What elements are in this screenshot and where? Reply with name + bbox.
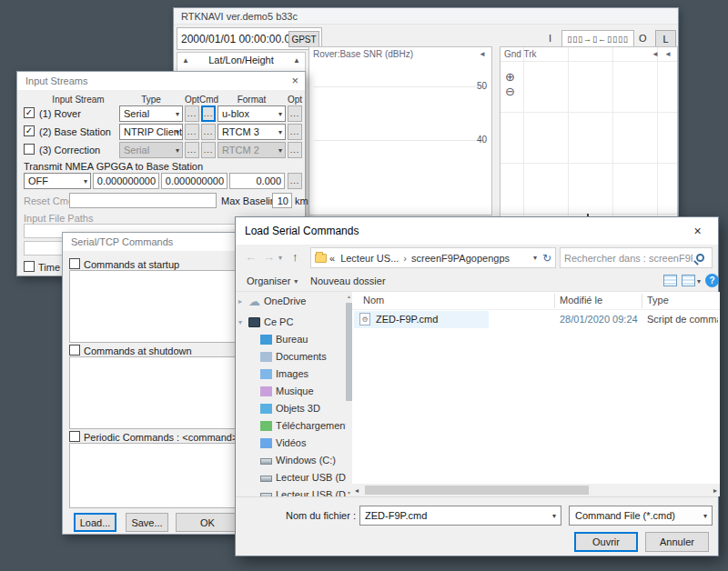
ground-track-switch-icon[interactable]: ◄ ◄ — [652, 50, 673, 58]
time-checkbox[interactable] — [24, 261, 35, 272]
sidebar-item-images[interactable]: Images — [236, 366, 346, 384]
periodic-commands-textarea[interactable] — [69, 443, 240, 508]
search-input[interactable] — [561, 253, 696, 264]
close-icon[interactable]: × — [677, 217, 718, 244]
base-format-opt-button[interactable]: ... — [288, 124, 302, 140]
places-sidebar: ▸ ☁ OneDrive ▾ Ce PC Bureau Documents Im… — [236, 292, 346, 496]
filename-input[interactable] — [360, 510, 548, 521]
open-button[interactable]: Ouvrir — [574, 532, 638, 552]
chevron-down-icon[interactable]: ▾ — [238, 318, 242, 326]
scroll-left-icon[interactable]: ◂ — [355, 486, 359, 495]
serial-commands-titlebar[interactable]: Serial/TCP Commands — [63, 233, 243, 251]
reset-cmd-field[interactable] — [69, 193, 217, 208]
shutdown-commands-textarea[interactable] — [69, 356, 240, 429]
sidebar-item-videos[interactable]: Vidéos — [236, 436, 346, 453]
view-dropdown-icon[interactable]: ▾ — [697, 277, 701, 286]
snr-plot-switch-icon[interactable]: ◄ — [479, 50, 488, 58]
nmea-mode-select[interactable]: OFF▾ — [24, 173, 91, 189]
organiser-menu[interactable]: Organiser▾ — [241, 274, 303, 288]
rover-cmd-button[interactable]: ... — [201, 105, 216, 122]
base-format-select[interactable]: RTCM 3▾ — [217, 124, 286, 140]
load-button[interactable]: Load... — [74, 513, 116, 532]
solution-cycle-right-icon[interactable]: ▲ — [293, 56, 300, 65]
scroll-right-icon[interactable]: ▸ — [713, 486, 717, 495]
solution-cycle-left-icon[interactable]: ▲ — [182, 56, 189, 65]
solution-format-label[interactable]: Lat/Lon/Height — [208, 55, 274, 65]
startup-commands-checkbox[interactable] — [69, 258, 80, 269]
filename-combobox[interactable]: ▾ — [359, 506, 561, 526]
search-icon[interactable] — [696, 254, 704, 262]
column-separator[interactable] — [642, 294, 642, 308]
scrollbar-thumb[interactable] — [346, 303, 352, 401]
chevron-right-icon[interactable]: ▸ — [238, 297, 242, 306]
rover-format-opt-button[interactable]: ... — [288, 105, 302, 122]
sidebar-scrollbar[interactable]: ▴ ▾ — [346, 292, 352, 496]
sidebar-item-telechargement[interactable]: Téléchargement — [236, 418, 346, 436]
breadcrumb-overflow[interactable]: « — [329, 253, 335, 264]
column-header-type[interactable]: Type — [647, 295, 669, 306]
sidebar-item-lecteur-usb-d[interactable]: Lecteur USB (D:) — [236, 470, 346, 487]
correction-opt-button[interactable]: ... — [185, 142, 199, 158]
input-streams-titlebar[interactable]: Input Streams × — [17, 72, 305, 90]
scroll-up-icon[interactable]: ▴ — [346, 293, 352, 299]
refresh-icon[interactable]: ↻ — [541, 252, 551, 265]
forward-icon[interactable]: → — [263, 250, 275, 264]
close-icon[interactable]: × — [291, 74, 298, 87]
rover-checkbox[interactable]: ✓ — [24, 107, 35, 118]
filetype-select[interactable]: Command File (*.cmd) ▾ — [569, 506, 713, 526]
zoom-in-icon[interactable]: ⊕ — [505, 71, 515, 83]
rover-format-select[interactable]: u-blox▾ — [217, 105, 286, 122]
save-button[interactable]: Save... — [126, 513, 168, 532]
nmea-height-field[interactable] — [229, 173, 285, 189]
breadcrumb-drive[interactable]: Lecteur US... — [340, 253, 399, 264]
rover-type-select[interactable]: Serial▾ — [119, 105, 183, 122]
base-cmd-button[interactable]: ... — [201, 124, 216, 140]
zoom-out-icon[interactable]: ⊖ — [505, 85, 515, 97]
sidebar-item-ce-pc[interactable]: ▾ Ce PC — [236, 315, 346, 332]
horizontal-scrollbar[interactable]: ◂ ▸ — [352, 484, 720, 496]
base-checkbox[interactable]: ✓ — [24, 125, 35, 136]
new-folder-button[interactable]: Nouveau dossier — [305, 274, 391, 288]
nmea-lat-field[interactable] — [93, 173, 159, 189]
base-opt-button[interactable]: ... — [185, 124, 199, 140]
shutdown-commands-checkbox[interactable] — [69, 345, 80, 356]
correction-format-opt-button[interactable]: ... — [288, 142, 302, 158]
breadcrumb-folder[interactable]: screenF9PAgopengps — [411, 253, 510, 264]
correction-checkbox[interactable] — [24, 144, 35, 155]
sidebar-item-windows-c[interactable]: Windows (C:) — [236, 453, 346, 470]
file-dialog-titlebar[interactable]: Load Serial Commands × — [236, 217, 718, 245]
back-icon[interactable]: ← — [245, 250, 257, 264]
sidebar-item-bureau[interactable]: Bureau — [236, 332, 346, 349]
address-bar[interactable]: « Lecteur US... › screenF9PAgopengps ▾ ↻ — [310, 247, 556, 268]
sidebar-item-musique[interactable]: Musique — [236, 384, 346, 401]
time-system-button[interactable]: GPST — [288, 31, 319, 47]
max-baseline-field[interactable] — [272, 193, 292, 208]
help-icon[interactable]: ? — [705, 274, 719, 287]
address-dropdown-icon[interactable]: ▾ — [530, 254, 541, 262]
scroll-down-icon[interactable]: ▾ — [346, 489, 352, 496]
sidebar-item-onedrive[interactable]: ▸ ☁ OneDrive — [236, 294, 346, 311]
startup-commands-textarea[interactable] — [69, 270, 240, 343]
file-row[interactable]: ⚙ ZED-F9P.cmd 28/01/2020 09:24 Script de… — [352, 311, 720, 328]
rover-opt-button[interactable]: ... — [185, 105, 199, 122]
base-type-select[interactable]: NTRIP Client▾ — [119, 124, 183, 140]
column-header-name[interactable]: Nom — [363, 295, 384, 306]
history-dropdown-icon[interactable]: ▾ — [278, 254, 282, 262]
sidebar-item-objets-3d[interactable]: Objets 3D — [236, 401, 346, 418]
periodic-commands-checkbox[interactable] — [69, 431, 80, 442]
scrollbar-thumb[interactable] — [365, 486, 589, 495]
nmea-position-button[interactable]: ... — [288, 173, 302, 189]
correction-cmd-button[interactable]: ... — [201, 142, 216, 158]
sidebar-item-lecteur-usb-d-2[interactable]: Lecteur USB (D: — [236, 487, 346, 496]
rtknavi-titlebar[interactable]: RTKNAVI ver.demo5 b33c — [174, 8, 678, 25]
sidebar-item-documents[interactable]: Documents — [236, 349, 346, 366]
log-stream-button[interactable]: L — [655, 30, 676, 48]
column-header-modified[interactable]: Modifié le — [560, 295, 602, 306]
nmea-lon-field[interactable] — [161, 173, 228, 189]
column-separator[interactable] — [554, 294, 555, 308]
up-icon[interactable]: ↑ — [292, 250, 298, 264]
view-details-icon[interactable] — [682, 275, 695, 286]
view-list-icon[interactable] — [663, 275, 677, 286]
ok-button[interactable]: OK — [176, 513, 239, 532]
cancel-button[interactable]: Annuler — [645, 532, 709, 552]
